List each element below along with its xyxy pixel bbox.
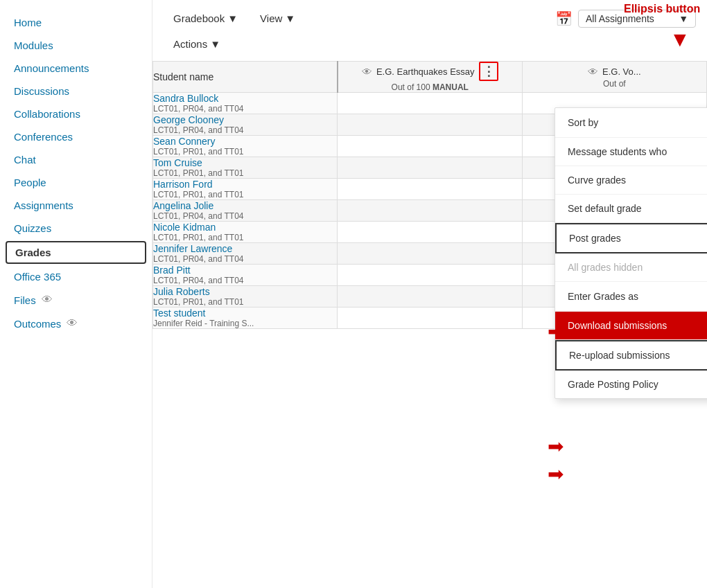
dropdown-item-grade-posting-policy[interactable]: Grade Posting Policy [555, 371, 707, 398]
sidebar-label-quizzes: Quizzes [14, 222, 51, 234]
student-name[interactable]: Jennifer Lawrence [153, 243, 337, 254]
student-section: LCT01, PR01, and TT01 [153, 190, 337, 199]
student-cell-6: Nicole KidmanLCT01, PR01, and TT01 [153, 222, 338, 243]
assignment-title-2: E.G. Vo... [602, 66, 641, 77]
student-section: LCT01, PR04, and TT04 [153, 254, 337, 264]
actions-chevron: ▼ [210, 38, 220, 50]
student-cell-10: Test studentJennifer Reid - Training S..… [153, 308, 338, 329]
grade-cell-1-8[interactable] [338, 265, 522, 286]
assignment-col-volcano: 👁 E.G. Vo... Out of [522, 62, 706, 93]
student-cell-8: Brad PittLCT01, PR04, and TT04 [153, 265, 338, 286]
sidebar-eye-icon-outcomes: 👁 [67, 317, 78, 330]
eye-icon-1: 👁 [362, 66, 372, 78]
gradebook-label: Gradebook [173, 12, 225, 24]
annotation-title: Ellipsis button [624, 3, 700, 15]
ellipsis-button[interactable]: ⋮ [479, 62, 498, 81]
dropdown-item-label-grade-posting-policy: Grade Posting Policy [568, 379, 658, 390]
dropdown-item-label-curve-grades: Curve grades [568, 175, 626, 186]
sidebar-item-grades[interactable]: Grades [6, 241, 146, 264]
manual-badge: MANUAL [433, 82, 469, 92]
student-name[interactable]: Nicole Kidman [153, 222, 337, 233]
sidebar-item-assignments[interactable]: Assignments [0, 194, 152, 217]
sidebar-item-home[interactable]: Home [0, 11, 152, 34]
assignment-col-earthquakes: 👁 E.G. Earthquakes Essay ⋮ Out of 100 MA… [338, 62, 522, 93]
student-name[interactable]: George Clooney [153, 114, 337, 125]
view-button[interactable]: View ▼ [250, 7, 305, 30]
student-section: LCT01, PR01, and TT01 [153, 297, 337, 307]
dropdown-item-label-post-grades: Post grades [569, 233, 621, 244]
student-name[interactable]: Sandra Bullock [153, 93, 337, 104]
sidebar-item-people[interactable]: People [0, 171, 152, 194]
grade-cell-1-5[interactable] [338, 200, 522, 222]
sidebar-label-files: Files [14, 294, 36, 306]
student-name[interactable]: Tom Cruise [153, 157, 337, 168]
sidebar-label-collaborations: Collaborations [14, 108, 80, 120]
assignment-icons: 👁 E.G. Earthquakes Essay ⋮ [338, 62, 522, 81]
dropdown-item-download-submissions[interactable]: Download submissions [555, 312, 707, 340]
dropdown-item-post-grades[interactable]: Post grades [555, 223, 707, 253]
sidebar-item-office365[interactable]: Office 365 [0, 265, 152, 288]
student-cell-4: Harrison FordLCT01, PR01, and TT01 [153, 179, 338, 200]
dropdown-menu: Sort by›Message students whoCurve grades… [555, 107, 707, 399]
dropdown-item-label-message-students: Message students who [568, 146, 667, 157]
sidebar-item-outcomes[interactable]: Outcomes👁 [0, 312, 152, 335]
student-name-header: Student name [153, 62, 338, 93]
student-section: LCT01, PR04, and TT04 [153, 211, 337, 221]
grade-cell-1-7[interactable] [338, 243, 522, 265]
sidebar-label-assignments: Assignments [14, 199, 73, 211]
dropdown-item-reupload-submissions[interactable]: Re-upload submissions [555, 340, 707, 371]
grade-cell-1-1[interactable] [338, 114, 522, 136]
annotation-container: Ellipsis button [624, 3, 700, 15]
grade-cell-1-4[interactable] [338, 179, 522, 200]
dropdown-item-sort-by[interactable]: Sort by› [555, 108, 707, 138]
actions-label: Actions [173, 38, 207, 50]
student-section: LCT01, PR04, and TT04 [153, 125, 337, 135]
dropdown-item-message-students[interactable]: Message students who [555, 138, 707, 166]
sidebar-item-collaborations[interactable]: Collaborations [0, 103, 152, 125]
student-section: LCT01, PR04, and TT04 [153, 104, 337, 114]
grade-cell-1-2[interactable] [338, 136, 522, 157]
student-name[interactable]: Brad Pitt [153, 265, 337, 276]
student-name[interactable]: Harrison Ford [153, 179, 337, 190]
sidebar-label-announcements: Announcements [14, 62, 89, 74]
gradebook-button[interactable]: Gradebook ▼ [164, 7, 247, 30]
dropdown-item-curve-grades[interactable]: Curve grades [555, 166, 707, 195]
grade-cell-1-10[interactable] [338, 308, 522, 329]
actions-button[interactable]: Actions ▼ [164, 33, 230, 55]
student-cell-2: Sean ConneryLCT01, PR01, and TT01 [153, 136, 338, 157]
sidebar-item-quizzes[interactable]: Quizzes [0, 217, 152, 240]
dropdown-item-set-default-grade[interactable]: Set default grade [555, 195, 707, 223]
calendar-icon: 📅 [555, 10, 573, 27]
dropdown-item-label-download-submissions: Download submissions [568, 320, 667, 331]
grade-cell-1-6[interactable] [338, 222, 522, 243]
sidebar-item-discussions[interactable]: Discussions [0, 80, 152, 103]
sidebar-item-modules[interactable]: Modules [0, 34, 152, 57]
assignment-icons-2: 👁 E.G. Vo... [523, 66, 706, 78]
student-name[interactable]: Test student [153, 308, 337, 319]
student-section: LCT01, PR01, and TT01 [153, 168, 337, 178]
sidebar-label-discussions: Discussions [14, 85, 69, 97]
student-section: Jennifer Reid - Training S... [153, 319, 337, 328]
sidebar-label-home: Home [14, 17, 42, 28]
assignment-title-1: E.G. Earthquakes Essay [376, 66, 475, 77]
dropdown-item-label-reupload-submissions: Re-upload submissions [569, 350, 670, 361]
view-label: View [260, 12, 282, 24]
sidebar-label-office365: Office 365 [14, 271, 61, 283]
toolbar-row2: Actions ▼ [164, 33, 696, 55]
gradebook-chevron: ▼ [227, 12, 238, 24]
dropdown-item-label-sort-by: Sort by [568, 117, 598, 128]
dropdown-item-enter-grades-as[interactable]: Enter Grades as› [555, 282, 707, 312]
sidebar-label-chat: Chat [14, 154, 36, 166]
grade-cell-1-3[interactable] [338, 157, 522, 179]
student-name[interactable]: Angelina Jolie [153, 200, 337, 211]
sidebar-item-chat[interactable]: Chat [0, 148, 152, 171]
sidebar-item-files[interactable]: Files👁 [0, 288, 152, 312]
grade-cell-1-9[interactable] [338, 286, 522, 308]
sidebar-item-conferences[interactable]: Conferences [0, 125, 152, 148]
student-name[interactable]: Sean Connery [153, 136, 337, 147]
student-name[interactable]: Julia Roberts [153, 286, 337, 297]
student-cell-9: Julia RobertsLCT01, PR01, and TT01 [153, 286, 338, 308]
assignment-meta-2: Out of [523, 79, 706, 89]
sidebar-item-announcements[interactable]: Announcements [0, 57, 152, 80]
grade-cell-1-0[interactable] [338, 93, 522, 114]
